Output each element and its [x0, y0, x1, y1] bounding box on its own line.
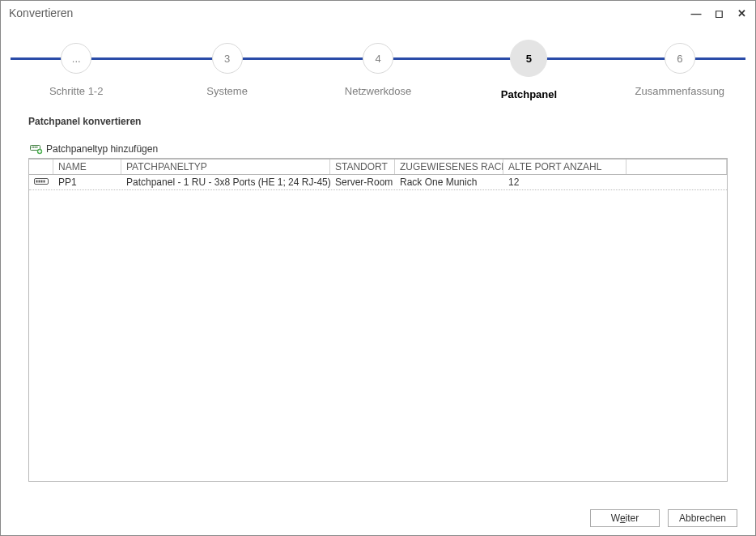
close-icon[interactable]: ✕ [734, 7, 749, 19]
step-4[interactable]: 5Patchpanel [453, 28, 604, 100]
cell-ports: 12 [503, 175, 626, 189]
step-circle: 4 [363, 43, 393, 74]
header-rack[interactable]: ZUGEWIESENES RACK [395, 160, 503, 174]
patchpanel-add-icon [30, 143, 43, 155]
svg-rect-3 [35, 147, 36, 148]
cell-location: Server-Room [330, 175, 395, 189]
cancel-button[interactable]: Abbrechen [668, 509, 737, 527]
header-ports[interactable]: ALTE PORT ANZAHL [503, 160, 626, 174]
stepper: ...Schritte 1-23Systeme4Netzwerkdose5Pat… [1, 28, 755, 101]
data-grid: NAME PATCHPANELTYP STANDORT ZUGEWIESENES… [28, 158, 728, 482]
step-label: Schritte 1-2 [49, 85, 103, 97]
header-name[interactable]: NAME [53, 160, 121, 174]
toolbar-add-label: Patchpaneltyp hinzufügen [46, 143, 158, 155]
next-button[interactable]: Weiter [590, 509, 660, 527]
window-title: Konvertieren [9, 6, 73, 19]
header-location[interactable]: STANDORT [330, 160, 395, 174]
patchpanel-icon [34, 178, 49, 186]
step-circle: 5 [510, 40, 547, 77]
header-type[interactable]: PATCHPANELTYP [121, 160, 330, 174]
footer-buttons: Weiter Abbrechen [590, 509, 737, 527]
cell-rack: Rack One Munich [395, 175, 503, 189]
step-label: Netzwerkdose [345, 85, 411, 97]
svg-rect-10 [39, 181, 40, 183]
svg-rect-9 [36, 181, 38, 183]
section-title: Patchpanel konvertieren [28, 116, 728, 127]
toolbar-add-patchpaneltype[interactable]: Patchpaneltyp hinzufügen [28, 142, 728, 158]
grid-header: NAME PATCHPANELTYP STANDORT ZUGEWIESENES… [29, 159, 727, 175]
step-label: Patchpanel [501, 88, 557, 100]
svg-rect-11 [41, 181, 43, 183]
cell-spacer [626, 175, 727, 189]
svg-rect-2 [33, 147, 35, 148]
step-5[interactable]: 6Zusammenfassung [605, 28, 755, 100]
svg-rect-4 [36, 147, 38, 148]
step-1[interactable]: ...Schritte 1-2 [1, 28, 151, 100]
row-icon-cell [29, 175, 53, 189]
step-label: Systeme [206, 85, 248, 97]
maximize-icon[interactable]: ◻ [711, 7, 726, 19]
header-icon-col[interactable] [29, 160, 53, 174]
table-row[interactable]: PP1Patchpanel - 1 RU - 3x8 Ports (HE 1; … [29, 175, 727, 190]
step-circle: 6 [665, 43, 695, 74]
svg-rect-12 [44, 181, 45, 183]
titlebar: Konvertieren — ◻ ✕ [1, 1, 755, 25]
step-circle: 3 [212, 43, 243, 74]
svg-rect-7 [38, 151, 41, 151]
step-label: Zusammenfassung [635, 85, 725, 97]
window-controls: — ◻ ✕ [689, 7, 749, 19]
step-2[interactable]: 3Systeme [151, 28, 302, 100]
cell-type: Patchpanel - 1 RU - 3x8 Ports (HE 1; 24 … [121, 175, 330, 189]
header-spacer [626, 160, 727, 174]
minimize-icon[interactable]: — [689, 7, 703, 19]
svg-rect-1 [32, 147, 33, 148]
step-circle: ... [61, 43, 91, 74]
step-3[interactable]: 4Netzwerkdose [303, 28, 453, 100]
cell-name: PP1 [53, 175, 121, 189]
